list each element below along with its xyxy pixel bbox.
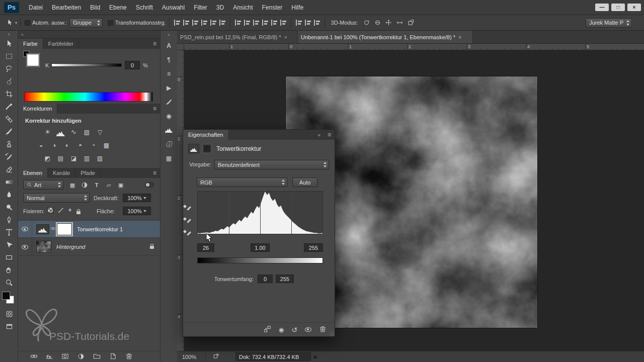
output-black-field[interactable]: 0 [258, 275, 273, 283]
lock-all-icon[interactable] [76, 209, 80, 215]
blur-tool[interactable] [0, 188, 18, 201]
panel-menu-icon[interactable]: ≡ [149, 168, 160, 178]
selective-color-icon[interactable]: ▨ [96, 154, 104, 162]
tab-ebenen[interactable]: Ebenen [18, 168, 48, 178]
filter-smart-objects-icon[interactable]: ▣ [116, 180, 126, 190]
menu-fenster[interactable]: Fenster [258, 0, 287, 15]
photo-filter-icon[interactable]: ◓ [76, 141, 85, 149]
distribute-right-icon[interactable] [280, 20, 287, 26]
delete-adjustment-icon[interactable] [319, 325, 327, 334]
new-group-icon[interactable] [93, 352, 101, 361]
healing-brush-tool[interactable] [0, 113, 18, 125]
layer-name[interactable]: Hintergrund [56, 244, 85, 250]
lock-transparency-icon[interactable] [47, 207, 53, 213]
color-balance-icon[interactable]: ◑ [50, 141, 58, 149]
move-tool[interactable] [0, 37, 18, 50]
menu-filter[interactable]: Filter [189, 0, 212, 15]
auto-button[interactable]: Auto [292, 177, 317, 187]
crop-tool[interactable] [0, 87, 18, 100]
history-brush-tool[interactable] [0, 150, 18, 163]
menu-3d[interactable]: 3D [212, 0, 228, 15]
posterize-icon[interactable]: ▤ [56, 154, 65, 162]
layer-filter-toggle[interactable] [145, 182, 154, 188]
menu-ebene[interactable]: Ebene [105, 0, 131, 15]
menu-bearbeiten[interactable]: Bearbeiten [47, 0, 86, 15]
gradient-map-icon[interactable]: ▥ [83, 154, 91, 162]
current-tool-icon[interactable] [4, 17, 15, 28]
panel-menu-icon[interactable]: ≡ [324, 130, 335, 140]
collapse-panel-icon[interactable]: « [314, 130, 324, 140]
zoom-tool[interactable] [0, 276, 18, 289]
horizontal-ruler[interactable]: 1012345 [184, 44, 644, 50]
distribute-vcenter-icon[interactable] [244, 20, 251, 26]
vibrance-icon[interactable]: ▽ [96, 128, 104, 136]
character-panel-icon[interactable]: A [160, 39, 177, 53]
hand-tool[interactable] [0, 263, 18, 276]
clone-source-panel-icon[interactable]: ◉ [160, 109, 177, 123]
tab-korrekturen[interactable]: Korrekturen [18, 104, 57, 114]
screen-mode-button[interactable] [0, 320, 18, 333]
distribute-bottom-icon[interactable] [253, 20, 260, 26]
layer-row-adjustment[interactable]: Tonwertkorrektur 1 [18, 220, 160, 238]
eye-icon[interactable] [22, 227, 28, 231]
levels-adjustment-icon[interactable] [56, 128, 65, 136]
layer-name[interactable]: Tonwertkorrektur 1 [77, 226, 123, 232]
toolbar-collapse-icon[interactable]: » [0, 31, 18, 37]
channel-dropdown[interactable]: RGB [197, 177, 287, 187]
brightness-contrast-icon[interactable]: ☀ [43, 128, 52, 136]
3d-pan-icon[interactable] [384, 19, 393, 27]
filter-adjustment-layers-icon[interactable] [79, 180, 90, 190]
document-tab-1[interactable]: PSD_rein.psd bei 12,5% (Final, RGB/8) * … [177, 31, 298, 43]
clip-to-layer-icon[interactable] [264, 325, 271, 334]
tab-farbe[interactable]: Farbe [18, 39, 43, 49]
align-left-edges-icon[interactable] [174, 20, 181, 26]
new-layer-icon[interactable] [109, 352, 117, 361]
tab-farbfelder[interactable]: Farbfelder [43, 39, 79, 49]
path-selection-tool[interactable] [0, 238, 18, 251]
auto-select-dropdown[interactable]: Gruppe [69, 18, 103, 28]
ruler-origin[interactable] [177, 44, 184, 50]
k-value-field[interactable]: 0 [125, 61, 140, 69]
layer-visibility-cell[interactable] [18, 238, 32, 255]
curves-adjustment-icon[interactable]: ∿ [69, 128, 78, 136]
channel-mixer-icon[interactable]: ◔ [89, 141, 98, 149]
3d-roll-icon[interactable] [373, 19, 382, 27]
info-panel-icon[interactable]: ⓘ [160, 137, 177, 151]
layer-row-background[interactable]: Hintergrund [18, 238, 160, 256]
close-tab-icon[interactable]: × [284, 34, 287, 40]
marquee-tool[interactable] [0, 50, 18, 62]
distribute-vspace-icon[interactable] [304, 20, 311, 26]
menu-datei[interactable]: Datei [24, 0, 47, 15]
pen-tool[interactable] [0, 213, 18, 226]
align-bottom-edges-icon[interactable] [219, 20, 226, 26]
foreground-color-swatch[interactable] [2, 292, 10, 300]
minimize-button[interactable]: — [595, 4, 609, 11]
navigator-panel-icon[interactable]: ▦ [160, 151, 177, 165]
eraser-tool[interactable] [0, 163, 18, 175]
gradient-tool[interactable] [0, 175, 18, 188]
tab-eigenschaften[interactable]: Eigenschaften [183, 130, 229, 140]
distribute-hcenter-icon[interactable] [271, 20, 278, 26]
layer-mask-thumbnail[interactable] [57, 223, 72, 235]
close-button[interactable]: × [627, 4, 641, 11]
lock-position-icon[interactable]: + [66, 207, 73, 214]
paragraph-panel-icon[interactable]: ¶ [160, 53, 177, 67]
brush-panel-icon[interactable] [160, 95, 177, 109]
distribute-left-icon[interactable] [262, 20, 269, 26]
tool-preset-arrow-icon[interactable]: ▾ [15, 21, 17, 25]
levels-adjustment-thumbnail[interactable] [36, 224, 49, 234]
status-options-arrow-icon[interactable]: ▶ [314, 354, 318, 359]
link-layers-icon[interactable] [30, 352, 38, 361]
filter-type-layers-icon[interactable]: T [92, 180, 102, 190]
threshold-icon[interactable]: ◪ [69, 154, 78, 162]
layer-style-icon[interactable]: fx. [46, 354, 53, 360]
lasso-tool[interactable] [0, 62, 18, 75]
auto-align-icon[interactable] [313, 20, 320, 26]
brush-tool[interactable] [0, 125, 18, 138]
mask-link-icon[interactable] [50, 226, 56, 232]
delete-layer-icon[interactable] [125, 352, 133, 361]
color-front-swatch[interactable] [27, 54, 39, 66]
transform-controls-checkbox[interactable] [108, 20, 113, 26]
output-white-field[interactable]: 255 [276, 275, 294, 283]
type-tool[interactable] [0, 226, 18, 238]
